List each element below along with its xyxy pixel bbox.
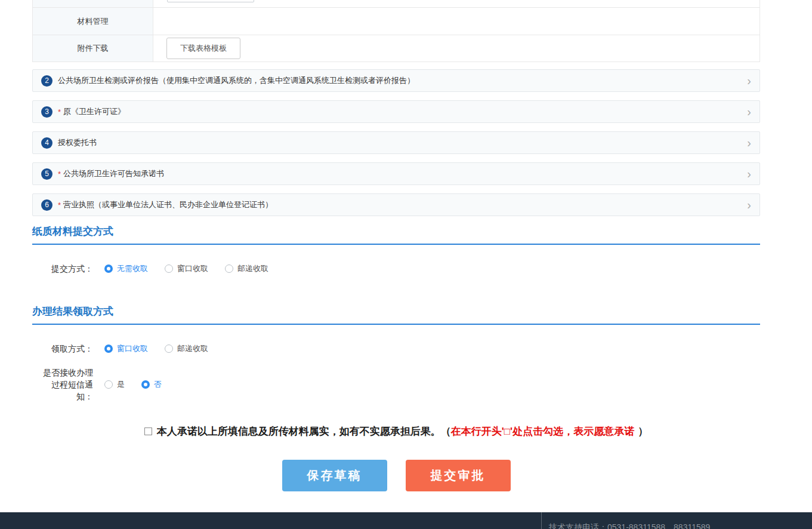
- save-draft-button[interactable]: 保存草稿: [282, 460, 387, 491]
- page-footer: 技术支持电话：0531-88311588、88311589: [0, 512, 812, 529]
- commitment-highlight-text: 在本行开头'□'处点击勾选，表示愿意承诺: [451, 426, 634, 437]
- step-number-badge: 2: [41, 75, 53, 87]
- radio-option-window-collection[interactable]: 窗口收取: [165, 263, 208, 274]
- material-accordion-list: 2 公共场所卫生检测或评价报告（使用集中空调通风系统的，含集中空调通风系统卫生检…: [32, 69, 760, 216]
- step-number-badge: 5: [41, 168, 53, 180]
- required-marker: *: [58, 201, 61, 210]
- form-content: 材料管理 附件下载 下载表格模板 2 公共场所卫生检测或评价报告（使用集中空调通…: [32, 0, 760, 491]
- required-marker: *: [58, 107, 61, 116]
- table-row: 附件下载 下载表格模板: [33, 35, 759, 62]
- radio-option-window-pickup[interactable]: 窗口收取: [104, 343, 148, 354]
- material-manage-cell: [153, 8, 759, 35]
- accordion-item-6[interactable]: 6 * 营业执照（或事业单位法人证书、民办非企业单位登记证书） ›: [32, 193, 760, 216]
- attachment-download-cell: 下载表格模板: [153, 35, 759, 61]
- chevron-right-icon: ›: [747, 168, 751, 180]
- truncated-field-box[interactable]: [167, 0, 254, 2]
- commitment-checkbox[interactable]: [144, 427, 152, 435]
- radio-icon: [104, 380, 113, 389]
- step-number-badge: 4: [41, 137, 53, 149]
- radio-option-mail-pickup[interactable]: 邮递收取: [165, 343, 208, 354]
- radio-option-label: 邮递收取: [177, 343, 208, 354]
- support-phone-text: 技术支持电话：0531-88311588、88311589: [549, 522, 710, 529]
- paren-close: ）: [638, 426, 648, 437]
- row-label: 材料管理: [33, 8, 153, 35]
- attachment-table: 材料管理 附件下载 下载表格模板: [32, 0, 760, 62]
- commitment-line: 本人承诺以上所填信息及所传材料属实，如有不实愿承担后果。（在本行开头'□'处点击…: [32, 425, 760, 438]
- table-row-truncated: [33, 0, 759, 7]
- step-number-badge: 6: [41, 199, 53, 211]
- submission-method-row: 提交方式： 无需收取 窗口收取 邮递收取: [32, 263, 760, 275]
- sms-radio-group: 是 否: [104, 379, 178, 390]
- radio-option-no-collection[interactable]: 无需收取: [104, 263, 148, 274]
- radio-icon: [165, 264, 173, 273]
- radio-icon: [104, 345, 113, 353]
- radio-icon: [104, 264, 113, 273]
- collection-method-row: 领取方式： 窗口收取 邮递收取: [32, 343, 760, 355]
- radio-option-no[interactable]: 否: [141, 379, 162, 390]
- section-title-paper-submission: 纸质材料提交方式: [32, 224, 760, 245]
- sms-notification-row: 是否接收办理 过程短信通 知： 是 否: [32, 367, 760, 402]
- collection-method-label: 领取方式：: [42, 343, 93, 355]
- radio-option-mail-collection[interactable]: 邮递收取: [225, 263, 268, 274]
- chevron-right-icon: ›: [747, 75, 751, 87]
- accordion-item-2[interactable]: 2 公共场所卫生检测或评价报告（使用集中空调通风系统的，含集中空调通风系统卫生检…: [32, 69, 760, 92]
- submission-method-radio-group: 无需收取 窗口收取 邮递收取: [104, 263, 285, 274]
- download-template-button[interactable]: 下载表格模板: [166, 38, 240, 59]
- commitment-text: 本人承诺以上所填信息及所传材料属实，如有不实愿承担后果。: [157, 426, 441, 437]
- radio-option-label: 无需收取: [117, 263, 148, 274]
- accordion-item-5[interactable]: 5 * 公共场所卫生许可告知承诺书 ›: [32, 162, 760, 185]
- row-label: 附件下载: [33, 35, 153, 61]
- chevron-right-icon: ›: [747, 199, 751, 211]
- accordion-label: 公共场所卫生许可告知承诺书: [63, 168, 164, 179]
- radio-icon: [225, 264, 233, 273]
- truncated-label-cell: [33, 0, 153, 7]
- accordion-item-4[interactable]: 4 授权委托书 ›: [32, 131, 760, 154]
- section-title-result-collection: 办理结果领取方式: [32, 305, 760, 325]
- collection-method-radio-group: 窗口收取 邮递收取: [104, 343, 225, 354]
- required-marker: *: [58, 170, 61, 179]
- accordion-label: 公共场所卫生检测或评价报告（使用集中空调通风系统的，含集中空调通风系统卫生检测或…: [58, 75, 415, 86]
- radio-option-yes[interactable]: 是: [104, 379, 125, 390]
- step-number-badge: 3: [41, 106, 53, 118]
- chevron-right-icon: ›: [747, 106, 751, 118]
- accordion-label: 授权委托书: [58, 137, 97, 148]
- accordion-label: 原《卫生许可证》: [63, 106, 125, 117]
- submission-method-label: 提交方式：: [42, 263, 93, 275]
- radio-option-label: 否: [154, 379, 162, 390]
- accordion-item-3[interactable]: 3 * 原《卫生许可证》 ›: [32, 100, 760, 123]
- paren-open: （: [441, 426, 451, 437]
- radio-icon: [141, 380, 150, 389]
- footer-divider: [541, 512, 542, 529]
- radio-option-label: 窗口收取: [117, 343, 148, 354]
- action-buttons: 保存草稿 提交审批: [32, 460, 760, 491]
- radio-option-label: 邮递收取: [237, 263, 268, 274]
- submit-approval-button[interactable]: 提交审批: [406, 460, 511, 491]
- radio-icon: [165, 345, 173, 353]
- sms-notification-label: 是否接收办理 过程短信通 知：: [42, 367, 93, 402]
- accordion-label: 营业执照（或事业单位法人证书、民办非企业单位登记证书）: [63, 199, 273, 210]
- radio-option-label: 是: [117, 379, 125, 390]
- table-row: 材料管理: [33, 7, 759, 35]
- radio-option-label: 窗口收取: [177, 263, 208, 274]
- chevron-right-icon: ›: [747, 137, 751, 149]
